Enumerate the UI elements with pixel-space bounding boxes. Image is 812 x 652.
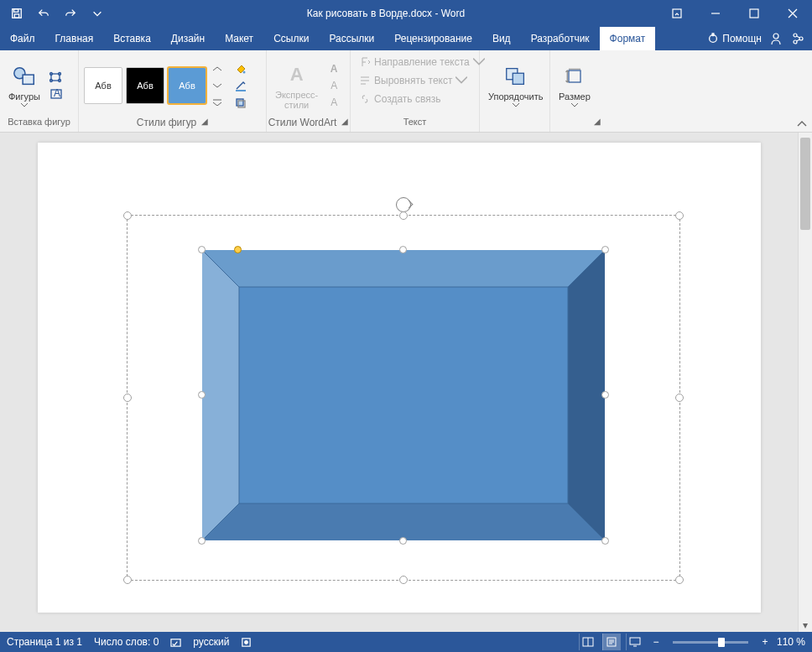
account-button[interactable]: [790, 31, 805, 46]
window-title: Как рисовать в Ворде.docx - Word: [114, 0, 658, 27]
status-page[interactable]: Страница 1 из 1: [7, 636, 82, 648]
shape-handle-w[interactable]: [198, 391, 206, 399]
zoom-out-button[interactable]: −: [649, 636, 663, 648]
view-web-button[interactable]: [626, 634, 644, 650]
maximize-button[interactable]: [735, 0, 773, 27]
qat-customize-button[interactable]: [86, 2, 109, 25]
handle-s[interactable]: [399, 576, 408, 584]
align-text-label: Выровнять текст: [374, 75, 452, 86]
group-arrange-label: [485, 117, 544, 130]
svg-point-10: [773, 34, 778, 39]
bevel-shape[interactable]: [202, 250, 605, 540]
tab-design[interactable]: Дизайн: [161, 27, 215, 50]
group-wordart-label: Стили WordArt: [268, 117, 337, 130]
minimize-button[interactable]: [696, 0, 735, 27]
view-print-button[interactable]: [602, 634, 621, 650]
shape-tools-stack: A: [47, 70, 65, 102]
shapes-gallery-button[interactable]: Фигуры: [5, 61, 44, 109]
vertical-scrollbar[interactable]: ▴ ▾: [798, 133, 812, 632]
style-2[interactable]: Абв: [126, 67, 164, 104]
text-fill-button[interactable]: A: [325, 61, 343, 76]
create-link-label: Создать связь: [374, 93, 440, 105]
text-direction-button[interactable]: Направление текста: [356, 54, 488, 70]
undo-button[interactable]: [32, 2, 55, 25]
tab-insert[interactable]: Вставка: [103, 27, 161, 50]
shape-handle-s[interactable]: [399, 537, 407, 545]
zoom-level[interactable]: 110 %: [777, 636, 805, 648]
shape-fill-button[interactable]: [232, 61, 250, 76]
handle-n[interactable]: [399, 211, 408, 220]
page[interactable]: [38, 143, 761, 613]
edit-shape-button[interactable]: [47, 70, 65, 85]
style-1[interactable]: Абв: [84, 67, 122, 104]
svg-rect-15: [23, 75, 34, 84]
close-button[interactable]: [773, 0, 812, 27]
scroll-thumb[interactable]: [800, 138, 810, 230]
shape-handle-sw[interactable]: [198, 537, 206, 545]
shape-handle-nw[interactable]: [198, 246, 206, 253]
draw-textbox-button[interactable]: A: [47, 86, 65, 102]
handle-ne[interactable]: [675, 211, 684, 220]
wordart-launcher[interactable]: ◢: [341, 117, 348, 130]
gallery-more-button[interactable]: [210, 95, 225, 110]
gallery-up-button[interactable]: [210, 61, 225, 76]
text-outline-button[interactable]: A: [325, 78, 343, 93]
tab-review[interactable]: Рецензирование: [384, 27, 482, 50]
group-shape-styles: Абв Абв Абв Стили фигур ◢: [79, 50, 267, 132]
tab-home[interactable]: Главная: [45, 27, 104, 50]
shape-handle-e[interactable]: [601, 391, 609, 399]
status-words[interactable]: Число слов: 0: [94, 636, 159, 648]
status-proofing[interactable]: [170, 637, 181, 648]
shape-handle-se[interactable]: [601, 537, 609, 545]
share-button[interactable]: [768, 31, 783, 46]
text-effects-button[interactable]: A: [325, 95, 343, 110]
redo-button[interactable]: [59, 2, 82, 25]
shape-outline-button[interactable]: [232, 78, 250, 93]
zoom-slider-thumb[interactable]: [718, 638, 725, 647]
size-label: Размер: [559, 91, 591, 102]
ribbon-options-button[interactable]: [658, 0, 696, 27]
svg-rect-53: [630, 638, 640, 644]
tab-developer[interactable]: Разработчик: [521, 27, 600, 50]
tell-me[interactable]: Помощн: [707, 33, 762, 44]
status-macro[interactable]: [241, 637, 252, 648]
tab-mailings[interactable]: Рассылки: [319, 27, 384, 50]
wordart-quick-styles-button[interactable]: A Экспресс- стили: [272, 60, 321, 112]
size-button[interactable]: Размер: [555, 61, 594, 109]
shape-styles-launcher[interactable]: ◢: [201, 117, 208, 130]
handle-nw[interactable]: [123, 211, 132, 220]
rotation-handle[interactable]: [396, 197, 411, 212]
zoom-in-button[interactable]: +: [758, 636, 772, 648]
title-bar: Как рисовать в Ворде.docx - Word: [0, 0, 812, 27]
group-size: Размер ◢: [550, 50, 606, 132]
svg-rect-39: [239, 287, 568, 503]
svg-rect-2: [14, 14, 18, 18]
tab-references[interactable]: Ссылки: [263, 27, 319, 50]
align-text-button[interactable]: Выровнять текст: [356, 72, 471, 89]
size-launcher[interactable]: ◢: [594, 117, 601, 130]
document-canvas[interactable]: [0, 133, 798, 632]
gallery-down-button[interactable]: [210, 78, 225, 93]
style-3[interactable]: Абв: [168, 67, 206, 104]
group-shape-styles-label: Стили фигур: [137, 117, 196, 130]
handle-e[interactable]: [675, 394, 684, 402]
create-link-button[interactable]: Создать связь: [356, 91, 444, 107]
tab-layout[interactable]: Макет: [215, 27, 263, 50]
save-button[interactable]: [5, 2, 29, 25]
shape-handle-ne[interactable]: [601, 246, 609, 253]
shape-adjust-handle[interactable]: [234, 246, 242, 253]
tab-format[interactable]: Формат: [600, 27, 656, 50]
handle-w[interactable]: [123, 394, 132, 402]
shape-effects-button[interactable]: [232, 95, 250, 110]
status-language[interactable]: русский: [193, 636, 229, 648]
zoom-slider[interactable]: [673, 641, 748, 644]
tab-file[interactable]: Файл: [0, 27, 45, 50]
handle-sw[interactable]: [123, 576, 132, 584]
handle-se[interactable]: [675, 576, 684, 584]
collapse-ribbon-button[interactable]: [797, 118, 807, 130]
arrange-button[interactable]: Упорядочить: [485, 61, 546, 109]
scroll-down-button[interactable]: ▾: [799, 618, 812, 632]
shape-handle-n[interactable]: [399, 246, 407, 253]
tab-view[interactable]: Вид: [482, 27, 521, 50]
view-read-button[interactable]: [579, 634, 597, 650]
